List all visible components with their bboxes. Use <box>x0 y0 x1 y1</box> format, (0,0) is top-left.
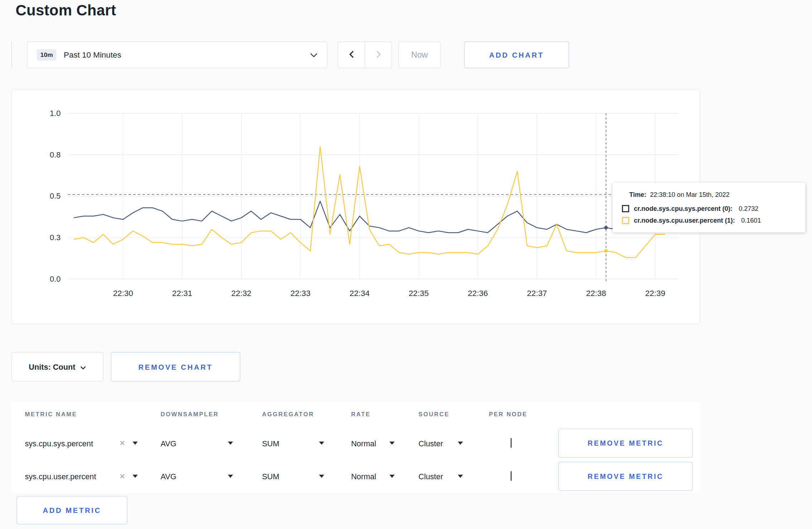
downsampler-value: AVG <box>160 439 176 448</box>
svg-text:22:39: 22:39 <box>645 289 665 298</box>
svg-text:22:37: 22:37 <box>527 289 547 298</box>
tooltip-series-row: cr.node.sys.cpu.sys.percent (0): 0.2732 <box>622 205 796 212</box>
rate-select[interactable]: Normal <box>351 439 395 448</box>
caret-down-icon <box>458 442 463 445</box>
table-row: sys.cpu.user.percent ✕ AVG SUM Normal Cl… <box>11 460 700 493</box>
caret-down-icon <box>228 475 233 478</box>
time-range-badge: 10m <box>37 49 57 60</box>
custom-chart-page: Custom Chart 10m Past 10 Minutes Now A <box>0 0 812 529</box>
tooltip-time-label: Time: <box>629 191 646 198</box>
toolbar: 10m Past 10 Minutes Now ADD CHART <box>11 42 569 68</box>
header-per-node: PER NODE <box>489 411 558 417</box>
svg-text:22:31: 22:31 <box>172 289 192 298</box>
chevron-down-icon <box>310 53 317 57</box>
aggregator-select[interactable]: SUM <box>262 439 324 448</box>
svg-text:0.3: 0.3 <box>50 233 61 242</box>
metric-name-select[interactable]: sys.cpu.sys.percent ✕ <box>25 439 137 448</box>
caret-down-icon <box>390 442 395 445</box>
toolbar-divider <box>11 42 12 68</box>
header-metric-name: METRIC NAME <box>25 411 160 417</box>
add-chart-button[interactable]: ADD CHART <box>464 42 569 68</box>
aggregator-select[interactable]: SUM <box>262 472 324 481</box>
caret-down-icon <box>390 475 395 478</box>
svg-text:0.8: 0.8 <box>50 150 61 159</box>
svg-text:22:34: 22:34 <box>349 289 369 298</box>
series-swatch-user-icon <box>622 217 629 224</box>
add-metric-button[interactable]: ADD METRIC <box>16 496 127 525</box>
caret-down-icon <box>132 442 137 445</box>
tooltip-series-name: cr.node.sys.cpu.sys.percent (0): <box>634 205 732 212</box>
clear-metric-x-icon[interactable]: ✕ <box>119 472 125 480</box>
tooltip-series-value: 0.1601 <box>741 217 761 224</box>
chevron-left-icon <box>349 50 354 60</box>
svg-text:22:30: 22:30 <box>113 289 133 298</box>
per-node-checkbox[interactable] <box>511 471 512 481</box>
aggregator-value: SUM <box>262 439 279 448</box>
caret-down-icon <box>319 475 324 478</box>
chart-tooltip: Time:22:38:10 on Mar 15th, 2022 cr.node.… <box>613 183 805 233</box>
source-select[interactable]: Cluster <box>419 439 463 448</box>
source-select[interactable]: Cluster <box>419 472 463 481</box>
remove-chart-button[interactable]: REMOVE CHART <box>111 352 241 382</box>
svg-text:22:38: 22:38 <box>586 289 606 298</box>
chevron-down-icon <box>81 362 86 371</box>
time-prev-button[interactable] <box>338 42 365 68</box>
table-row: sys.cpu.sys.percent ✕ AVG SUM Normal Clu… <box>11 427 700 460</box>
svg-text:22:33: 22:33 <box>290 289 310 298</box>
metric-name-select[interactable]: sys.cpu.user.percent ✕ <box>25 472 137 481</box>
metric-name-value: sys.cpu.sys.percent <box>25 439 93 448</box>
page-title: Custom Chart <box>15 2 116 19</box>
tooltip-series-name: cr.node.sys.cpu.user.percent (1): <box>634 217 735 224</box>
time-range-value: Past 10 Minutes <box>64 50 121 59</box>
svg-text:22:36: 22:36 <box>468 289 488 298</box>
svg-text:1.0: 1.0 <box>50 109 61 118</box>
remove-metric-button[interactable]: REMOVE METRIC <box>558 429 693 458</box>
chart-card: 0.00.30.50.81.022:3022:3122:3222:3322:34… <box>11 89 700 324</box>
rate-select[interactable]: Normal <box>351 472 395 481</box>
svg-text:22:35: 22:35 <box>409 289 429 298</box>
header-downsampler: DOWNSAMPLER <box>160 411 262 417</box>
rate-value: Normal <box>351 439 376 448</box>
source-value: Cluster <box>419 439 443 448</box>
time-range-dropdown[interactable]: 10m Past 10 Minutes <box>27 42 327 68</box>
rate-value: Normal <box>351 472 376 481</box>
line-chart[interactable]: 0.00.30.50.81.022:3022:3122:3222:3322:34… <box>12 89 701 325</box>
caret-down-icon <box>458 475 463 478</box>
tooltip-series-row: cr.node.sys.cpu.user.percent (1): 0.1601 <box>622 217 796 224</box>
caret-down-icon <box>319 442 324 445</box>
downsampler-select[interactable]: AVG <box>160 439 233 448</box>
units-dropdown[interactable]: Units: Count <box>11 352 103 382</box>
header-rate: RATE <box>351 411 419 417</box>
metrics-table-header: METRIC NAME DOWNSAMPLER AGGREGATOR RATE … <box>11 402 700 426</box>
svg-text:0.0: 0.0 <box>50 275 61 283</box>
units-label: Units: Count <box>29 362 75 371</box>
svg-text:22:32: 22:32 <box>231 289 251 298</box>
remove-metric-button[interactable]: REMOVE METRIC <box>558 462 693 491</box>
clear-metric-x-icon[interactable]: ✕ <box>119 439 125 447</box>
source-value: Cluster <box>419 472 443 481</box>
tooltip-series-value: 0.2732 <box>739 205 758 212</box>
caret-down-icon <box>228 442 233 445</box>
chevron-right-icon <box>376 50 381 60</box>
downsampler-select[interactable]: AVG <box>160 472 233 481</box>
chart-actions: Units: Count REMOVE CHART <box>11 352 240 382</box>
series-swatch-sys-icon <box>622 205 629 212</box>
time-nav-group <box>338 42 392 68</box>
svg-text:0.5: 0.5 <box>50 191 61 200</box>
time-next-button[interactable] <box>364 42 392 68</box>
header-source: SOURCE <box>419 411 489 417</box>
downsampler-value: AVG <box>160 472 176 481</box>
tooltip-time-value: 22:38:10 on Mar 15th, 2022 <box>650 191 729 198</box>
per-node-checkbox[interactable] <box>511 438 512 448</box>
metric-name-value: sys.cpu.user.percent <box>25 472 96 481</box>
aggregator-value: SUM <box>262 472 279 481</box>
metrics-table: METRIC NAME DOWNSAMPLER AGGREGATOR RATE … <box>11 402 700 493</box>
caret-down-icon <box>132 475 137 478</box>
tooltip-time: Time:22:38:10 on Mar 15th, 2022 <box>629 191 796 198</box>
now-button[interactable]: Now <box>398 42 441 68</box>
header-aggregator: AGGREGATOR <box>262 411 351 417</box>
